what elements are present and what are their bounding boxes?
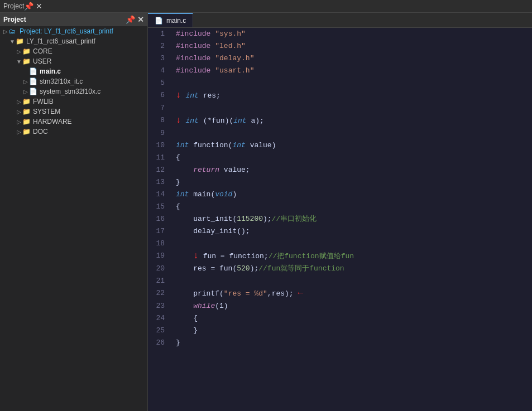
tree-item-hardware[interactable]: ▷📁HARDWARE xyxy=(0,117,147,127)
expand-icon: ▷ xyxy=(22,89,29,95)
code-line-3: 3#include "delay.h" xyxy=(148,52,532,65)
sidebar-pin-icon[interactable]: 📌 xyxy=(126,15,135,24)
pin-icon[interactable]: 📌 xyxy=(24,2,33,11)
tab-main-c[interactable]: 📄 main.c xyxy=(148,13,193,27)
code-line-26: 26} xyxy=(148,337,532,349)
folder-icon: 📁 xyxy=(22,47,31,55)
expand-icon: ▷ xyxy=(16,49,22,55)
folder-icon: 📁 xyxy=(22,108,31,115)
line-content: int function(int value) xyxy=(171,139,532,152)
line-number: 18 xyxy=(148,238,171,250)
tree-label: SYSTEM xyxy=(33,108,60,115)
folder-icon: 📁 xyxy=(16,37,25,45)
code-line-22: 22 printf("res = %d",res); ← xyxy=(148,287,532,300)
line-content: { xyxy=(171,312,532,325)
code-line-15: 15{ xyxy=(148,201,532,213)
sidebar: Project 📌 ✕ ▷🗂Project: LY_f1_rct6_usart_… xyxy=(0,13,148,411)
code-line-13: 13} xyxy=(148,176,532,188)
tab-label: main.c xyxy=(166,17,186,25)
code-editor[interactable]: 1#include "sys.h"2#include "led.h"3#incl… xyxy=(148,28,532,411)
line-content: } xyxy=(171,325,532,337)
code-line-1: 1#include "sys.h" xyxy=(148,28,532,40)
code-line-11: 11{ xyxy=(148,152,532,164)
code-line-25: 25 } xyxy=(148,325,532,337)
code-line-4: 4#include "usart.h" xyxy=(148,65,532,77)
code-line-9: 9 xyxy=(148,127,532,139)
folder-icon: 📁 xyxy=(22,98,31,105)
line-content: #include "sys.h" xyxy=(171,28,532,40)
tree-item-ly-f1-rct6-usart-printf[interactable]: ▼📁LY_f1_rct6_usart_printf xyxy=(0,36,147,46)
code-content: 1#include "sys.h"2#include "led.h"3#incl… xyxy=(148,28,532,349)
tree-item-project--ly-f1-rct6-usart-printf[interactable]: ▷🗂Project: LY_f1_rct6_usart_printf xyxy=(0,26,147,36)
line-number: 19 xyxy=(148,250,171,262)
line-number: 23 xyxy=(148,300,171,312)
sidebar-header: Project 📌 ✕ xyxy=(0,13,147,26)
title-bar: Project 📌 ✕ xyxy=(0,0,532,13)
line-content: { xyxy=(171,152,532,164)
line-number: 2 xyxy=(148,40,171,52)
expand-icon: ▼ xyxy=(9,38,16,45)
line-number: 13 xyxy=(148,176,171,188)
line-content: } xyxy=(171,176,532,188)
file-tree: ▷🗂Project: LY_f1_rct6_usart_printf▼📁LY_f… xyxy=(0,26,147,137)
line-number: 9 xyxy=(148,127,171,139)
line-number: 14 xyxy=(148,188,171,201)
folder-icon: 📁 xyxy=(22,57,31,65)
line-content: uart_init(115200);//串口初始化 xyxy=(171,213,532,225)
sidebar-title: Project xyxy=(3,16,26,23)
line-number: 22 xyxy=(148,287,171,299)
code-line-6: 6↓ int res; xyxy=(148,89,532,102)
line-number: 24 xyxy=(148,312,171,325)
line-content: int main(void) xyxy=(171,188,532,201)
code-line-16: 16 uart_init(115200);//串口初始化 xyxy=(148,213,532,225)
code-line-7: 7 xyxy=(148,102,532,114)
line-content: { xyxy=(171,201,532,213)
line-content: while(1) xyxy=(171,300,532,312)
expand-icon: ▷ xyxy=(16,119,22,125)
expand-icon: ▷ xyxy=(16,109,22,115)
code-line-10: 10int function(int value) xyxy=(148,139,532,152)
tree-item-main-c[interactable]: 📄main.c xyxy=(0,66,147,76)
tree-label: HARDWARE xyxy=(33,118,72,125)
line-number: 15 xyxy=(148,201,171,213)
tree-item-system[interactable]: ▷📁SYSTEM xyxy=(0,107,147,117)
line-content: #include "delay.h" xyxy=(171,52,532,65)
line-number: 3 xyxy=(148,52,171,65)
line-number: 5 xyxy=(148,77,171,89)
tree-label: FWLIB xyxy=(33,98,54,105)
code-line-12: 12 return value; xyxy=(148,164,532,176)
line-number: 1 xyxy=(148,28,171,40)
title-bar-icons: 📌 ✕ xyxy=(24,2,42,11)
tree-label: main.c xyxy=(40,67,61,75)
tree-item-doc[interactable]: ▷📁DOC xyxy=(0,127,147,137)
sidebar-close-icon[interactable]: ✕ xyxy=(137,15,144,24)
line-content: #include "usart.h" xyxy=(171,65,532,77)
folder-icon: 📁 xyxy=(22,128,31,136)
line-number: 17 xyxy=(148,225,171,238)
line-content: res = fun(520);//fun就等同于function xyxy=(171,263,532,275)
code-line-8: 8↓ int (*fun)(int a); xyxy=(148,114,532,127)
file-icon: 📄 xyxy=(29,88,38,95)
tree-label: DOC xyxy=(33,128,48,136)
line-number: 8 xyxy=(148,114,171,127)
tree-item-core[interactable]: ▷📁CORE xyxy=(0,46,147,56)
line-number: 11 xyxy=(148,152,171,164)
tree-item-stm32f10x-it-c[interactable]: ▷📄stm32f10x_it.c xyxy=(0,76,147,86)
code-line-2: 2#include "led.h" xyxy=(148,40,532,52)
file-icon: 📄 xyxy=(29,67,38,75)
line-content: } xyxy=(171,337,532,349)
line-content: ↓ int (*fun)(int a); xyxy=(171,114,532,127)
tree-item-system-stm32f10x-c[interactable]: ▷📄system_stm32f10x.c xyxy=(0,86,147,96)
code-line-17: 17 delay_init(); xyxy=(148,225,532,238)
tree-item-fwlib[interactable]: ▷📁FWLIB xyxy=(0,96,147,107)
tree-item-user[interactable]: ▼📁USER xyxy=(0,56,147,66)
code-line-20: 20 res = fun(520);//fun就等同于function xyxy=(148,263,532,275)
line-number: 20 xyxy=(148,263,171,275)
code-line-24: 24 { xyxy=(148,312,532,325)
line-content: printf("res = %d",res); ← xyxy=(171,287,532,300)
tab-icon: 📄 xyxy=(155,17,163,25)
line-number: 26 xyxy=(148,337,171,349)
line-number: 12 xyxy=(148,164,171,176)
close-icon[interactable]: ✕ xyxy=(36,2,42,11)
code-line-19: 19 ↓ fun = function;//把function赋值给fun xyxy=(148,250,532,263)
